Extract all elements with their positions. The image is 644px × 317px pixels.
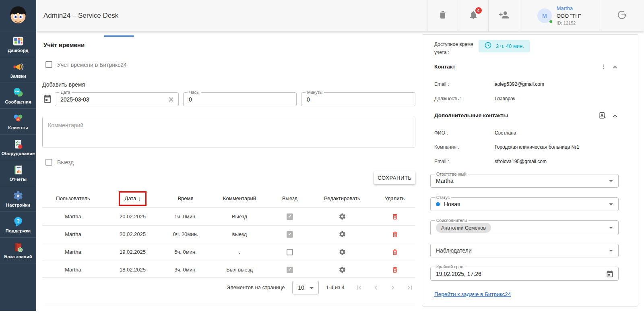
- top-header-bar: Admin24 – Service Desk 4 M Martha: [36, 0, 644, 31]
- page-size-select[interactable]: 10: [292, 281, 319, 294]
- add-time-label: Добавить время: [42, 81, 85, 88]
- calendar-icon[interactable]: [606, 270, 614, 278]
- coexecutor-chip[interactable]: Анатолий Семенов: [436, 223, 491, 233]
- column-header-trip[interactable]: Выезд: [269, 195, 310, 201]
- items-per-page-label: Элементов на странице: [227, 284, 285, 290]
- responsible-select[interactable]: Ответственный Martha: [430, 174, 619, 188]
- last-page-icon[interactable]: [406, 284, 414, 292]
- edit-gear-icon[interactable]: [339, 230, 346, 238]
- comment-field[interactable]: [42, 117, 415, 147]
- edit-gear-icon[interactable]: [339, 248, 346, 256]
- next-page-icon[interactable]: [389, 284, 397, 292]
- cell-time: 0ч. 20мин.: [161, 231, 210, 237]
- current-user-block[interactable]: M Martha ООО "ТН" ID: 12152: [519, 0, 599, 31]
- comment-textarea[interactable]: [43, 117, 415, 147]
- svg-text:?: ?: [17, 218, 20, 224]
- cell-date: 20.02.2025: [104, 213, 161, 220]
- megaphone-icon: [12, 61, 24, 73]
- sidebar-item-label: Клиенты: [8, 125, 28, 130]
- observers-placeholder: Наблюдатели: [436, 247, 472, 254]
- sidebar-item-reports[interactable]: Отчеты: [0, 160, 36, 186]
- delete-trash-icon[interactable]: [391, 213, 398, 220]
- bitrix-time-checkbox[interactable]: [45, 61, 52, 68]
- chevron-down-icon: [310, 287, 314, 289]
- status-value: Новая: [444, 201, 460, 207]
- column-header-date[interactable]: Дата ↓: [104, 191, 161, 206]
- sidebar-item-clients[interactable]: Клиенты: [0, 109, 36, 135]
- trash-header-button[interactable]: [427, 0, 458, 31]
- contact-section-title: Контакт: [434, 64, 455, 70]
- collapse-contact-chevron-icon[interactable]: [612, 64, 618, 70]
- sidebar-item-messages[interactable]: Сообщения: [0, 83, 36, 109]
- sidebar-item-label: Поддержка: [6, 228, 31, 233]
- sidebar-item-dashboard[interactable]: Дашборд: [0, 31, 36, 57]
- column-header-delete: Удалить: [374, 195, 415, 201]
- sidebar-item-settings[interactable]: Настройки: [0, 186, 36, 212]
- first-page-icon[interactable]: [355, 284, 363, 292]
- column-header-comment[interactable]: Комментарий: [210, 195, 269, 201]
- status-select-label: Статус: [435, 195, 451, 200]
- deadline-field[interactable]: Крайний срок 19.02.2025, 17:26: [430, 267, 619, 281]
- bitrix-task-link[interactable]: Перейти к задаче в Битрикс24: [434, 291, 511, 297]
- sort-highlight-box[interactable]: Дата ↓: [119, 191, 147, 206]
- column-header-time[interactable]: Время: [161, 195, 210, 201]
- kebab-menu-icon[interactable]: [600, 63, 607, 70]
- add-user-button[interactable]: [488, 0, 519, 31]
- user-avatar: M: [537, 8, 552, 23]
- trip-cell-checkbox[interactable]: [287, 231, 293, 238]
- trip-cell-checkbox[interactable]: [287, 249, 293, 255]
- observers-select[interactable]: Наблюдатели: [430, 244, 619, 257]
- page-title: Учёт времени: [43, 41, 85, 48]
- table-row: Martha 19.02.2025 5ч. 0мин. .: [42, 243, 415, 261]
- page-size-value: 10: [298, 284, 305, 291]
- cell-date: 19.02.2025: [104, 249, 161, 255]
- delete-trash-icon[interactable]: [391, 266, 398, 273]
- add-contact-card-icon[interactable]: [599, 112, 606, 119]
- contact-position-label: Должность :: [434, 96, 461, 102]
- deadline-value: 19.02.2025, 17:26: [436, 271, 481, 277]
- notifications-button[interactable]: 4: [458, 0, 488, 31]
- delete-trash-icon[interactable]: [391, 231, 398, 238]
- column-header-user[interactable]: Пользователь: [42, 195, 104, 201]
- responsible-select-label: Ответственный: [435, 172, 468, 176]
- prev-page-icon[interactable]: [372, 284, 380, 292]
- sidebar-item-equipment[interactable]: Оборудование: [0, 135, 36, 160]
- cell-time: 5ч. 0мин.: [161, 249, 210, 255]
- trip-checkbox[interactable]: [45, 159, 52, 166]
- cell-time: 3ч. 0мин.: [161, 267, 210, 273]
- logout-button[interactable]: [599, 0, 644, 31]
- date-input[interactable]: [55, 93, 178, 106]
- bell-icon: 4: [469, 10, 478, 21]
- collapse-additional-chevron-icon[interactable]: [612, 113, 618, 119]
- sidebar-item-tickets[interactable]: Заявки: [0, 57, 36, 83]
- hours-field[interactable]: Часы: [183, 92, 297, 106]
- sidebar-item-knowledge-base[interactable]: База знаний: [0, 238, 36, 263]
- cell-comment: Был выезд: [210, 267, 269, 273]
- app-title: Admin24 – Service Desk: [43, 12, 118, 20]
- clients-icon: [12, 113, 24, 124]
- chat-icon: [12, 87, 24, 98]
- sidebar-item-label: Настройки: [6, 203, 30, 207]
- bitrix-time-checkbox-row: Учет времени в Битрикс24: [45, 61, 127, 68]
- clear-date-icon[interactable]: [168, 96, 174, 103]
- sidebar-item-support[interactable]: ? Поддержка: [0, 212, 36, 238]
- trip-cell-checkbox[interactable]: [287, 267, 293, 273]
- cell-date: 20.02.2025: [104, 231, 161, 237]
- table-row: Martha 20.02.2025 0ч. 20мин. выезд: [42, 225, 415, 243]
- date-field[interactable]: Дата: [55, 92, 179, 106]
- sidebar-item-label: База знаний: [4, 254, 32, 259]
- status-select[interactable]: Статус Новая: [430, 197, 619, 211]
- cell-user: Martha: [42, 231, 104, 237]
- available-time-badge: 2 ч. 40 мин.: [479, 40, 530, 52]
- additional-email-label: Email :: [434, 159, 449, 164]
- save-button[interactable]: СОХРАНИТЬ: [374, 171, 415, 184]
- trip-cell-checkbox[interactable]: [287, 213, 293, 220]
- coexecutors-select[interactable]: Соисполнители Анатолий Семенов: [430, 220, 619, 235]
- responsible-value: Martha: [436, 178, 454, 184]
- delete-trash-icon[interactable]: [391, 249, 398, 256]
- sidebar-avatar[interactable]: [0, 0, 36, 31]
- edit-gear-icon[interactable]: [339, 266, 346, 273]
- notification-badge: 4: [475, 7, 482, 14]
- minutes-field[interactable]: Минуты: [301, 92, 415, 106]
- edit-gear-icon[interactable]: [339, 213, 346, 220]
